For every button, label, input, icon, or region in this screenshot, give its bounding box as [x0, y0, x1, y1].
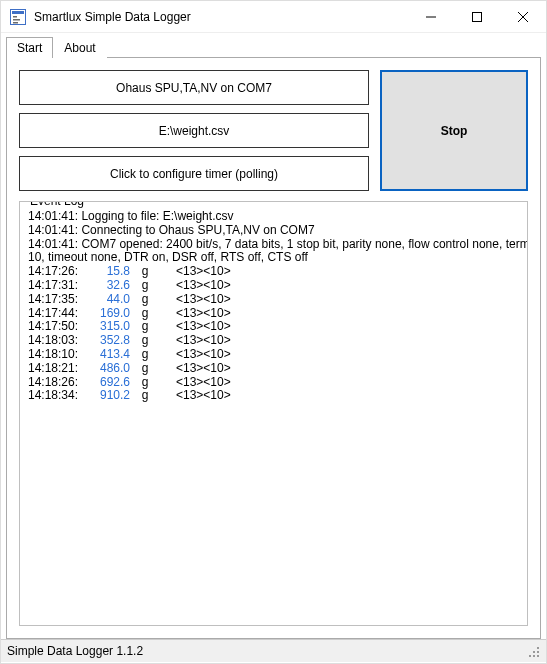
titlebar: Smartlux Simple Data Logger: [1, 1, 546, 33]
log-value: 910.2: [86, 389, 130, 403]
log-timestamp: 14:17:35:: [28, 293, 86, 307]
log-line: 14:01:41: COM7 opened: 2400 bit/s, 7 dat…: [28, 238, 519, 252]
log-data-row: 14:17:44:169.0g<13><10>: [28, 307, 519, 321]
log-raw: <13><10>: [160, 376, 231, 390]
log-data-row: 14:17:31:32.6g<13><10>: [28, 279, 519, 293]
log-raw: <13><10>: [160, 293, 231, 307]
log-data-row: 14:18:10:413.4g<13><10>: [28, 348, 519, 362]
log-raw: <13><10>: [160, 320, 231, 334]
file-config-button[interactable]: E:\weight.csv: [19, 113, 369, 148]
log-raw: <13><10>: [160, 334, 231, 348]
log-data-row: 14:17:50:315.0g<13><10>: [28, 320, 519, 334]
log-value: 413.4: [86, 348, 130, 362]
device-config-button[interactable]: Ohaus SPU,TA,NV on COM7: [19, 70, 369, 105]
log-line: 10, timeout none, DTR on, DSR off, RTS o…: [28, 251, 519, 265]
log-raw: <13><10>: [160, 362, 231, 376]
log-timestamp: 14:18:34:: [28, 389, 86, 403]
log-value: 44.0: [86, 293, 130, 307]
svg-rect-4: [13, 22, 18, 24]
log-timestamp: 14:18:10:: [28, 348, 86, 362]
log-unit: g: [130, 279, 160, 293]
log-value: 169.0: [86, 307, 130, 321]
log-value: 692.6: [86, 376, 130, 390]
stop-button[interactable]: Stop: [380, 70, 528, 191]
log-data-row: 14:18:03:352.8g<13><10>: [28, 334, 519, 348]
log-timestamp: 14:17:26:: [28, 265, 86, 279]
log-raw: <13><10>: [160, 307, 231, 321]
log-raw: <13><10>: [160, 265, 231, 279]
log-unit: g: [130, 265, 160, 279]
log-timestamp: 14:17:50:: [28, 320, 86, 334]
window-title: Smartlux Simple Data Logger: [34, 10, 191, 24]
tabstrip: Start About: [1, 33, 546, 57]
log-raw: <13><10>: [160, 279, 231, 293]
log-unit: g: [130, 320, 160, 334]
log-timestamp: 14:18:21:: [28, 362, 86, 376]
maximize-button[interactable]: [454, 1, 500, 33]
status-text: Simple Data Logger 1.1.2: [7, 644, 143, 658]
minimize-button[interactable]: [408, 1, 454, 33]
event-log-frame: Event Log 14:01:41: Logging to file: E:\…: [19, 201, 528, 626]
log-raw: <13><10>: [160, 389, 231, 403]
log-unit: g: [130, 362, 160, 376]
log-unit: g: [130, 389, 160, 403]
svg-rect-2: [13, 16, 17, 18]
tab-panel-start: Ohaus SPU,TA,NV on COM7 E:\weight.csv Cl…: [6, 57, 541, 639]
log-unit: g: [130, 348, 160, 362]
svg-rect-1: [12, 11, 24, 14]
log-timestamp: 14:18:26:: [28, 376, 86, 390]
log-line: 14:01:41: Connecting to Ohaus SPU,TA,NV …: [28, 224, 519, 238]
log-value: 315.0: [86, 320, 130, 334]
svg-rect-6: [473, 12, 482, 21]
event-log-body: 14:01:41: Logging to file: E:\weight.csv…: [28, 210, 519, 403]
log-unit: g: [130, 293, 160, 307]
log-value: 352.8: [86, 334, 130, 348]
log-timestamp: 14:18:03:: [28, 334, 86, 348]
statusbar: Simple Data Logger 1.1.2: [1, 639, 546, 662]
app-icon: [10, 9, 26, 25]
log-value: 486.0: [86, 362, 130, 376]
log-line: 14:01:41: Logging to file: E:\weight.csv: [28, 210, 519, 224]
log-data-row: 14:18:21:486.0g<13><10>: [28, 362, 519, 376]
log-value: 32.6: [86, 279, 130, 293]
resize-grip-icon[interactable]: [526, 644, 540, 658]
log-data-row: 14:18:34:910.2g<13><10>: [28, 389, 519, 403]
log-data-row: 14:17:26:15.8g<13><10>: [28, 265, 519, 279]
tab-start[interactable]: Start: [6, 37, 53, 58]
tab-about[interactable]: About: [53, 37, 106, 58]
log-timestamp: 14:17:31:: [28, 279, 86, 293]
log-unit: g: [130, 334, 160, 348]
log-timestamp: 14:17:44:: [28, 307, 86, 321]
log-data-row: 14:17:35:44.0g<13><10>: [28, 293, 519, 307]
timer-config-button[interactable]: Click to configure timer (polling): [19, 156, 369, 191]
log-raw: <13><10>: [160, 348, 231, 362]
log-value: 15.8: [86, 265, 130, 279]
log-unit: g: [130, 307, 160, 321]
close-button[interactable]: [500, 1, 546, 33]
log-data-row: 14:18:26:692.6g<13><10>: [28, 376, 519, 390]
log-unit: g: [130, 376, 160, 390]
svg-rect-3: [13, 19, 20, 21]
event-log-title: Event Log: [27, 201, 87, 208]
